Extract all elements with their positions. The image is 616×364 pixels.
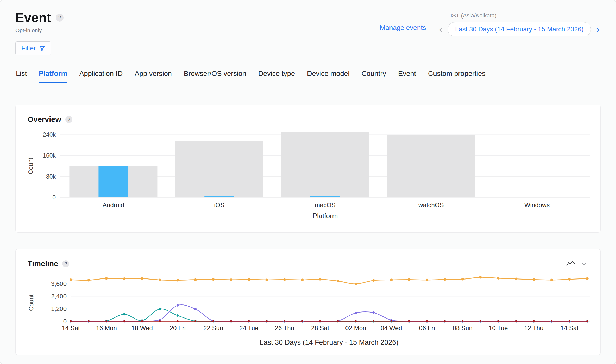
dot-red-26 xyxy=(533,320,535,322)
y-tick-label: 160k xyxy=(43,152,56,159)
tab-custom-properties[interactable]: Custom properties xyxy=(428,70,486,83)
prev-range-icon[interactable]: ‹ xyxy=(438,26,443,33)
dot-orange-17 xyxy=(372,279,375,282)
date-range-block: IST (Asia/Kolkata) ‹ Last 30 Days (14 Fe… xyxy=(438,12,601,36)
line-chart-type-icon[interactable] xyxy=(566,260,576,268)
dot-orange-1 xyxy=(87,279,90,282)
dot-orange-20 xyxy=(426,279,428,281)
x-tick-label: 22 Sun xyxy=(203,324,223,332)
bar-background-gray-iOS[interactable] xyxy=(175,141,263,197)
dot-orange-7 xyxy=(194,278,197,281)
dot-red-25 xyxy=(515,320,517,322)
x-tick-label: 26 Thu xyxy=(275,324,294,332)
y-tick-label: 240k xyxy=(43,131,56,138)
y-tick-label: 3,600 xyxy=(51,280,67,287)
tab-device-type[interactable]: Device type xyxy=(258,70,295,83)
header-right: Manage events IST (Asia/Kolkata) ‹ Last … xyxy=(380,12,601,36)
dot-red-3 xyxy=(123,320,125,322)
dot-orange-13 xyxy=(301,278,304,281)
dot-orange-23 xyxy=(479,276,482,278)
dot-red-15 xyxy=(337,320,339,322)
dot-red-11 xyxy=(266,320,268,322)
dot-teal-6 xyxy=(177,314,179,317)
timeline-help-icon[interactable]: ? xyxy=(62,260,69,267)
dot-red-28 xyxy=(568,320,570,322)
dot-red-24 xyxy=(497,320,499,322)
tab-list[interactable]: List xyxy=(16,70,27,83)
timeline-line-chart: 01,2002,4003,60014 Sat16 Mon18 Wed20 Fri… xyxy=(28,270,588,349)
dot-teal-3 xyxy=(123,313,125,315)
bar-background-gray-watchOS[interactable] xyxy=(387,135,475,197)
dot-red-10 xyxy=(248,320,250,322)
tab-device-model[interactable]: Device model xyxy=(307,70,350,83)
page-subtitle: Opt-in only xyxy=(15,27,64,34)
bar-highlight-blue-macOS[interactable] xyxy=(310,196,340,197)
chart-type-selector[interactable] xyxy=(566,260,587,268)
x-tick-label: 14 Sat xyxy=(561,324,579,332)
y-tick-label: 2,400 xyxy=(51,293,67,300)
x-tick-label: 12 Thu xyxy=(524,324,543,332)
dot-red-12 xyxy=(284,320,286,322)
bar-highlight-blue-Android[interactable] xyxy=(98,166,128,198)
manage-events-link[interactable]: Manage events xyxy=(380,24,426,32)
dot-red-4 xyxy=(141,320,143,322)
dot-orange-15 xyxy=(337,280,339,282)
bar-highlight-blue-iOS[interactable] xyxy=(204,196,234,197)
tab-browser-os-version[interactable]: Browser/OS version xyxy=(184,70,246,83)
dot-orange-21 xyxy=(443,278,446,281)
dot-red-13 xyxy=(301,320,303,322)
dot-orange-0 xyxy=(70,278,72,281)
tab-country[interactable]: Country xyxy=(361,70,386,83)
dot-red-6 xyxy=(177,320,179,322)
overview-bar-chart: 080k160k240kAndroidiOSmacOSwatchOSWindow… xyxy=(28,126,588,226)
dot-orange-6 xyxy=(176,279,179,282)
page-title: Event xyxy=(15,10,51,25)
x-tick-label: 06 Fri xyxy=(419,324,435,332)
dot-orange-26 xyxy=(532,278,535,281)
dot-purple-17 xyxy=(372,311,375,314)
dot-red-0 xyxy=(70,320,72,322)
dot-orange-16 xyxy=(354,283,357,285)
dot-orange-4 xyxy=(141,277,143,280)
next-range-icon[interactable]: › xyxy=(595,26,601,33)
dot-orange-12 xyxy=(283,278,286,281)
tab-event[interactable]: Event xyxy=(398,70,416,83)
title-help-icon[interactable]: ? xyxy=(56,14,64,22)
chart-type-chevron-down-icon[interactable] xyxy=(581,262,587,266)
x-category-label: Android xyxy=(103,202,124,209)
dot-orange-18 xyxy=(390,278,393,281)
tab-application-id[interactable]: Application ID xyxy=(79,70,123,83)
page: Event ? Opt-in only Filter Manage events… xyxy=(0,0,616,364)
timeline-card: Timeline ? 01,2002,4003,60014 Sat16 Mon1… xyxy=(15,249,601,355)
x-category-label: watchOS xyxy=(418,202,444,209)
header-left: Event ? Opt-in only Filter xyxy=(15,10,64,55)
x-tick-label: 14 Sat xyxy=(62,324,80,332)
dot-red-5 xyxy=(159,320,161,322)
x-axis-title: Platform xyxy=(313,212,338,220)
dot-red-18 xyxy=(390,320,392,322)
y-axis-title: Count xyxy=(28,294,35,311)
x-category-label: macOS xyxy=(315,202,336,209)
filter-button[interactable]: Filter xyxy=(15,41,51,55)
dot-red-2 xyxy=(105,320,108,322)
dot-orange-2 xyxy=(105,277,108,280)
series-line-orange xyxy=(71,277,587,284)
tab-app-version[interactable]: App version xyxy=(135,70,172,83)
y-axis-title: Count xyxy=(28,158,34,174)
filter-label: Filter xyxy=(21,44,36,52)
dot-red-20 xyxy=(426,320,428,322)
date-range-button[interactable]: Last 30 Days (14 February - 15 March 202… xyxy=(448,22,591,36)
dot-orange-24 xyxy=(497,277,500,280)
x-tick-label: 20 Fri xyxy=(170,324,186,332)
overview-help-icon[interactable]: ? xyxy=(65,116,72,123)
x-tick-label: 08 Sun xyxy=(453,324,473,332)
dot-red-7 xyxy=(194,320,197,322)
y-tick-label: 80k xyxy=(46,173,56,180)
dot-orange-28 xyxy=(568,278,571,281)
tab-platform[interactable]: Platform xyxy=(39,70,67,83)
bar-background-gray-macOS[interactable] xyxy=(281,132,369,197)
x-tick-label: 16 Mon xyxy=(96,324,117,332)
x-axis-title: Last 30 Days (14 February - 15 March 202… xyxy=(260,339,398,346)
dot-orange-11 xyxy=(265,278,268,281)
x-tick-label: 24 Tue xyxy=(239,324,258,332)
